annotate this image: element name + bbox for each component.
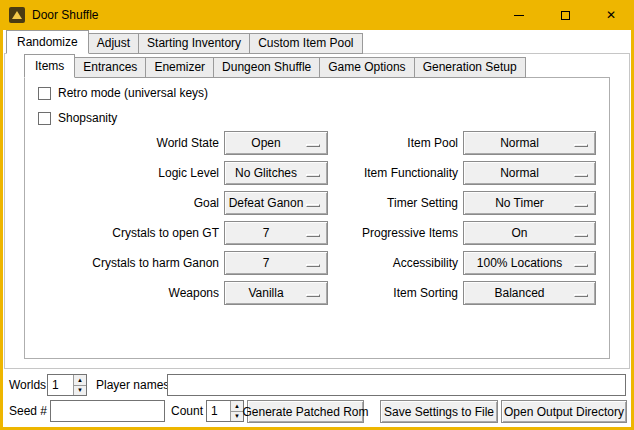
checkbox-shopsanity-label: Shopsanity [58,111,117,125]
timer-setting-label: Timer Setting [305,191,458,215]
tab-items[interactable]: Items [24,54,75,78]
close-button[interactable]: ✕ [588,0,634,30]
shopsanity-row: Shopsanity [38,111,117,125]
spinner-down-icon[interactable]: ▼ [231,411,243,422]
dropdown-indicator-icon [574,204,588,207]
dropdown-indicator-icon [574,264,588,267]
settings-row: Crystals to open GT 7 Progressive Items … [25,221,609,246]
dropdown-world-state-value: Open [227,132,305,154]
dropdown-item-sorting[interactable]: Balanced [463,281,596,305]
tab-starting-inventory[interactable]: Starting Inventory [138,33,250,54]
item-functionality-label: Item Functionality [305,161,458,185]
window: Door Shuffle ✕ Randomize Adjust Starting… [0,0,634,430]
checkbox-retro-mode[interactable] [38,87,51,100]
retro-mode-row: Retro mode (universal keys) [38,86,208,100]
minimize-icon [514,15,524,16]
tab-custom-item-pool[interactable]: Custom Item Pool [249,33,362,54]
tab-adjust[interactable]: Adjust [88,33,139,54]
dropdown-indicator-icon [574,294,588,297]
count-spinner-buttons: ▲ ▼ [230,401,243,421]
dropdown-progressive-items[interactable]: On [463,221,596,245]
titlebar[interactable]: Door Shuffle ✕ [0,0,634,30]
dropdown-accessibility[interactable]: 100% Locations [463,251,596,275]
crystals-open-gt-label: Crystals to open GT [25,221,219,245]
caption-buttons: ✕ [496,0,634,30]
settings-row: Crystals to harm Ganon 7 Accessibility 1… [25,251,609,276]
dropdown-crystals-harm-ganon-value: 7 [227,252,305,274]
dropdown-item-functionality-value: Normal [466,162,573,184]
minimize-button[interactable] [496,0,542,30]
spinner-up-icon[interactable]: ▲ [74,375,86,385]
dropdown-timer-setting[interactable]: No Timer [463,191,596,215]
goal-label: Goal [25,191,219,215]
count-spinner[interactable]: 1 ▲ ▼ [206,400,244,422]
player-names-input[interactable] [167,374,626,396]
worlds-label: Worlds [9,374,46,396]
settings-row: Weapons Vanilla Item Sorting Balanced [25,281,609,306]
worlds-spinner[interactable]: 1 ▲ ▼ [47,374,87,396]
weapons-label: Weapons [25,281,219,305]
close-icon: ✕ [606,9,616,21]
tab-entrances[interactable]: Entrances [74,57,146,78]
seed-label: Seed # [9,400,47,422]
dropdown-timer-setting-value: No Timer [466,192,573,214]
maximize-icon [561,11,570,20]
world-state-label: World State [25,131,219,155]
dropdown-indicator-icon [574,234,588,237]
window-title: Door Shuffle [32,8,99,22]
client-area: Randomize Adjust Starting Inventory Cust… [3,30,631,427]
dropdown-item-sorting-value: Balanced [466,282,573,304]
dropdown-item-pool-value: Normal [466,132,573,154]
sub-tabstrip: Items Entrances Enemizer Dungeon Shuffle… [24,54,525,78]
settings-row: Logic Level No Glitches Item Functionali… [25,161,609,186]
checkbox-shopsanity[interactable] [38,112,51,125]
generate-patched-rom-button[interactable]: Generate Patched Rom [247,400,364,423]
maximize-button[interactable] [542,0,588,30]
dropdown-indicator-icon [574,144,588,147]
dropdown-progressive-items-value: On [466,222,573,244]
tab-generation-setup[interactable]: Generation Setup [414,57,526,78]
dropdown-indicator-icon [574,174,588,177]
app-icon [9,7,25,23]
tab-enemizer[interactable]: Enemizer [145,57,214,78]
count-spinner-value: 1 [211,401,218,421]
count-label: Count [171,400,203,422]
tab-game-options[interactable]: Game Options [319,57,414,78]
app-icon-glyph [12,11,22,19]
dropdown-goal-value: Defeat Ganon [227,192,305,214]
settings-row: Goal Defeat Ganon Timer Setting No Timer [25,191,609,216]
dropdown-logic-level-value: No Glitches [227,162,305,184]
tab-dungeon-shuffle[interactable]: Dungeon Shuffle [213,57,320,78]
player-names-label: Player names [96,374,169,396]
items-pane: Retro mode (universal keys) Shopsanity W… [24,77,610,359]
dropdown-crystals-open-gt-value: 7 [227,222,305,244]
accessibility-label: Accessibility [305,251,458,275]
dropdown-accessibility-value: 100% Locations [466,252,573,274]
item-pool-label: Item Pool [305,131,458,155]
save-settings-button[interactable]: Save Settings to File [380,400,498,423]
progressive-items-label: Progressive Items [305,221,458,245]
dropdown-item-pool[interactable]: Normal [463,131,596,155]
item-sorting-label: Item Sorting [305,281,458,305]
logic-level-label: Logic Level [25,161,219,185]
tab-randomize[interactable]: Randomize [6,30,89,54]
seed-input[interactable] [50,400,165,422]
worlds-spinner-buttons: ▲ ▼ [73,375,86,395]
spinner-up-icon[interactable]: ▲ [231,401,243,411]
worlds-spinner-value: 1 [52,375,59,395]
spinner-down-icon[interactable]: ▼ [74,385,86,396]
open-output-directory-button[interactable]: Open Output Directory [501,400,627,423]
dropdown-weapons-value: Vanilla [227,282,305,304]
settings-row: World State Open Item Pool Normal [25,131,609,156]
main-tabstrip: Randomize Adjust Starting Inventory Cust… [6,30,362,54]
dropdown-item-functionality[interactable]: Normal [463,161,596,185]
checkbox-retro-mode-label: Retro mode (universal keys) [58,86,208,100]
crystals-harm-ganon-label: Crystals to harm Ganon [25,251,219,275]
